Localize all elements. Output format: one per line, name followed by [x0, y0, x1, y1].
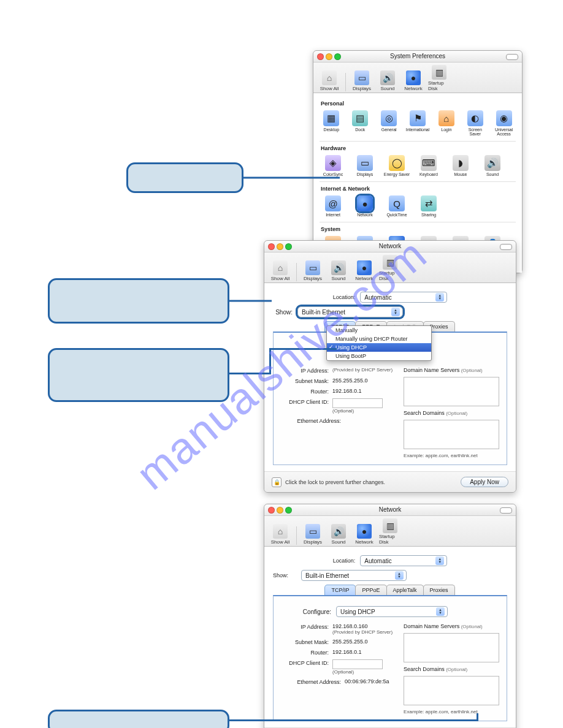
window-network-1: Network ⌂Show All ▭Displays 🔊Sound ●Netw…: [264, 240, 516, 493]
pref-screen-saver[interactable]: ◐Screen Saver: [463, 110, 487, 136]
router-value: 192.168.0.1: [332, 388, 362, 394]
traffic-lights[interactable]: [268, 243, 292, 250]
lock-icon[interactable]: 🔒: [272, 477, 282, 487]
pref-sound[interactable]: 🔊Sound: [479, 155, 506, 176]
minimize-icon[interactable]: [277, 507, 283, 514]
callout-box-2: [48, 278, 229, 324]
location-label: Location:: [333, 294, 356, 300]
dns-servers-textarea[interactable]: [404, 377, 499, 406]
tab-proxies[interactable]: Proxies: [423, 585, 455, 595]
toolbar-network[interactable]: ●Network: [402, 70, 424, 91]
traffic-lights[interactable]: [317, 53, 341, 60]
menu-item-manually-dhcp-router[interactable]: Manually using DHCP Router: [327, 335, 431, 343]
window-title: System Preferences: [390, 53, 445, 59]
show-label: Show:: [273, 309, 293, 316]
pref-general[interactable]: ◎General: [377, 110, 401, 136]
tab-appletalk[interactable]: AppleTalk: [386, 585, 424, 595]
minimize-icon[interactable]: [326, 53, 332, 60]
show-label: Show:: [273, 572, 296, 578]
resize-pill-icon[interactable]: [506, 54, 518, 60]
callout-box-1: [126, 162, 243, 193]
zoom-icon[interactable]: [334, 53, 341, 60]
dns-servers-textarea[interactable]: [404, 633, 499, 662]
pref-energy-saver[interactable]: ◯Energy Saver: [383, 155, 410, 176]
section-system-label: System: [321, 226, 516, 232]
ip-address-value: 192.168.0.160: [332, 623, 393, 629]
toolbar-network[interactable]: ●Network: [353, 524, 375, 545]
toolbar-show-all[interactable]: ⌂Show All: [318, 70, 340, 91]
toolbar-displays[interactable]: ▭Displays: [302, 260, 324, 281]
router-value: 192.168.0.1: [332, 649, 362, 655]
close-icon[interactable]: [268, 507, 275, 514]
callout-box-3: [48, 348, 229, 402]
pref-displays[interactable]: ▭Displays: [351, 155, 378, 176]
menu-item-manually[interactable]: Manually: [327, 326, 431, 335]
pref-sharing[interactable]: ⇄Sharing: [415, 195, 442, 217]
example-text: Example: apple.com, earthlink.net: [404, 709, 499, 715]
menu-item-using-dhcp[interactable]: Using DHCP: [327, 343, 431, 352]
pref-international[interactable]: ⚑International: [406, 110, 430, 136]
tab-pppoe[interactable]: PPPoE: [355, 585, 386, 595]
pref-network[interactable]: ●Network: [351, 195, 378, 217]
close-icon[interactable]: [317, 53, 324, 60]
pref-universal-access[interactable]: ◉Universal Access: [492, 110, 516, 136]
window-title: Network: [379, 506, 402, 513]
pref-internet[interactable]: @Internet: [320, 195, 347, 217]
titlebar: System Preferences: [313, 51, 522, 63]
section-personal-label: Personal: [321, 100, 516, 107]
show-select[interactable]: Built-in Ethernet▲▼: [301, 570, 407, 581]
callout-box-4: [48, 710, 229, 728]
zoom-icon[interactable]: [285, 243, 292, 250]
lock-text: Click the lock to prevent further change…: [285, 479, 385, 485]
search-domains-textarea[interactable]: [404, 420, 499, 449]
toolbar: ⌂Show All ▭Displays 🔊Sound ●Network ▥Sta…: [313, 63, 522, 93]
toolbar-sound[interactable]: 🔊Sound: [327, 524, 350, 545]
subnet-value: 255.255.255.0: [332, 377, 368, 384]
close-icon[interactable]: [268, 243, 275, 250]
ethernet-address-value: 00:06:96:79:de:5a: [345, 678, 389, 684]
configure-select[interactable]: Using DHCP▲▼: [336, 606, 448, 617]
toolbar-sound[interactable]: 🔊Sound: [327, 260, 350, 281]
tab-tcpip[interactable]: TCP/IP: [324, 585, 356, 595]
subnet-value: 255.255.255.0: [332, 639, 368, 645]
search-domains-textarea[interactable]: [404, 676, 499, 705]
toolbar-startup-disk[interactable]: ▥Startup Disk: [379, 518, 401, 545]
traffic-lights[interactable]: [268, 507, 292, 514]
location-label: Location:: [333, 558, 356, 564]
section-hardware-label: Hardware: [321, 145, 516, 151]
minimize-icon[interactable]: [277, 243, 283, 250]
toolbar-show-all[interactable]: ⌂Show All: [269, 524, 291, 545]
menu-item-using-bootp[interactable]: Using BootP: [327, 352, 431, 360]
toolbar-displays[interactable]: ▭Displays: [351, 70, 373, 91]
toolbar-startup-disk[interactable]: ▥Startup Disk: [428, 65, 450, 91]
apply-now-button[interactable]: Apply Now: [461, 477, 508, 487]
location-select[interactable]: Automatic▲▼: [360, 292, 447, 303]
show-select[interactable]: Built-in Ethernet▲▼: [297, 306, 403, 317]
pref-colorsync[interactable]: ◈ColorSync: [320, 155, 347, 176]
pref-mouse[interactable]: ◗Mouse: [447, 155, 474, 176]
window-title: Network: [379, 243, 402, 249]
zoom-icon[interactable]: [285, 507, 292, 514]
pref-login[interactable]: ⌂Login: [434, 110, 458, 136]
toolbar-show-all[interactable]: ⌂Show All: [269, 260, 291, 281]
pref-quicktime[interactable]: QQuickTime: [383, 195, 410, 217]
toolbar-sound[interactable]: 🔊Sound: [377, 70, 399, 91]
pref-keyboard[interactable]: ⌨Keyboard: [415, 155, 442, 176]
resize-pill-icon[interactable]: [500, 507, 512, 514]
dhcp-client-id-input[interactable]: [332, 398, 383, 408]
example-text: Example: apple.com, earthlink.net: [404, 453, 499, 458]
location-select[interactable]: Automatic▲▼: [360, 555, 447, 566]
toolbar-network[interactable]: ●Network: [353, 260, 375, 281]
pref-dock[interactable]: ▤Dock: [348, 110, 372, 136]
dhcp-client-id-input[interactable]: [332, 659, 383, 669]
resize-pill-icon[interactable]: [500, 244, 512, 250]
window-network-2: Network ⌂Show All ▭Displays 🔊Sound ●Netw…: [264, 504, 516, 728]
toolbar-displays[interactable]: ▭Displays: [302, 524, 324, 545]
section-internet-label: Internet & Network: [321, 186, 516, 192]
toolbar-startup-disk[interactable]: ▥Startup Disk: [379, 255, 401, 281]
pref-desktop[interactable]: ▦Desktop: [320, 110, 343, 136]
configure-menu-popup[interactable]: Manually Manually using DHCP Router Usin…: [326, 325, 432, 361]
